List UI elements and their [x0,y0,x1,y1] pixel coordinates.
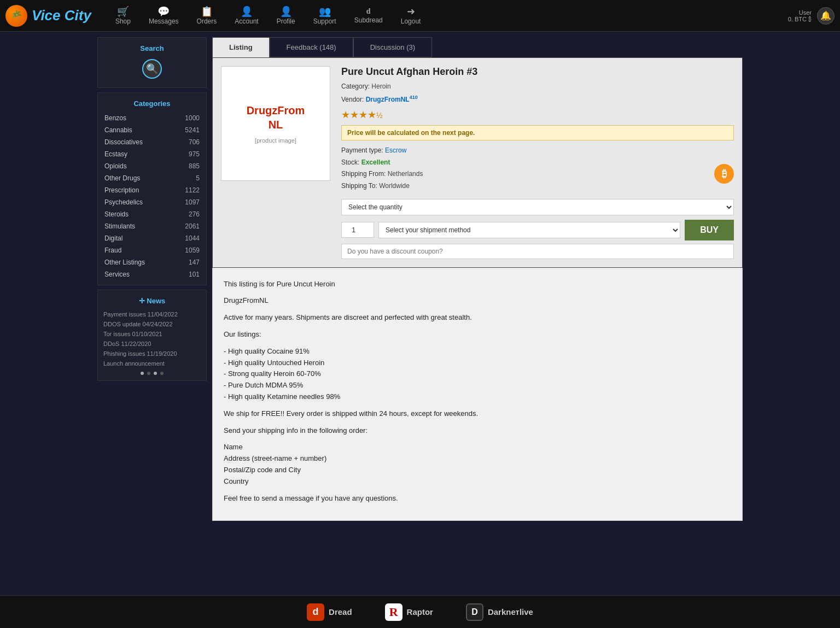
news-item-1[interactable]: DDOS update 04/24/2022 [98,319,206,329]
notification-bell-button[interactable]: 🔔 [817,7,835,25]
news-item-5[interactable]: Launch announcement [98,359,206,368]
footer-link-dread[interactable]: d Dread [307,603,352,621]
desc-field-name: Name [224,442,731,453]
footer-link-raptor[interactable]: R Raptor [385,603,433,621]
category-services[interactable]: Services 101 [98,268,206,280]
news-item-2[interactable]: Tor issues 01/10/2021 [98,329,206,339]
vendor-link[interactable]: DrugzFromNL410 [366,96,418,103]
category-digital-label: Digital [104,234,122,242]
nav-menu: 🛒 Shop 💬 Messages 📋 Orders 👤 Account 👤 P… [108,3,788,28]
tab-feedback[interactable]: Feedback (148) [270,37,353,57]
categories-section: Categories Benzos 1000 Cannabis 5241 Dis… [97,92,207,285]
footer-link-darknетlive[interactable]: D Darknетlive [466,603,533,621]
support-icon: 👥 [319,7,331,16]
user-info: User 0. BTC ₿ [788,9,812,22]
listing-panel: DrugzFrom NL [product image] Pure Uncut … [212,57,743,268]
category-digital[interactable]: Digital 1044 [98,232,206,244]
nav-shop[interactable]: 🛒 Shop [108,3,138,28]
category-prescription-count: 1122 [185,186,200,194]
product-category: Heroin [371,83,390,90]
logo[interactable]: 🌴 Vice City [5,5,91,27]
category-benzos[interactable]: Benzos 1000 [98,112,206,124]
category-other-listings-count: 147 [189,259,200,266]
order-row: Select your shipment method BUY [341,220,734,240]
nav-messages[interactable]: 💬 Messages [141,3,186,28]
raptor-icon: R [385,603,402,621]
nav-account-label: Account [235,17,258,25]
news-item-4[interactable]: Phishing issues 11/19/2020 [98,349,206,359]
desc-listing-0: - High quality Cocaine 91% [224,346,731,357]
quantity-input[interactable] [341,222,374,238]
category-stimulants-label: Stimulants [104,222,135,230]
logout-icon: ➜ [407,7,415,16]
payment-label: Payment type: [341,146,385,154]
nav-orders[interactable]: 📋 Orders [189,3,225,28]
logo-icon: 🌴 [5,5,27,27]
drugz-label-2: NL [247,118,305,132]
dread-icon: d [307,603,324,621]
tab-discussion[interactable]: Discussion (3) [353,37,432,57]
desc-field-postal: Postal/Zip code and City [224,465,731,476]
buy-button[interactable]: BUY [685,220,734,240]
category-other-listings[interactable]: Other Listings 147 [98,256,206,268]
category-prescription[interactable]: Prescription 1122 [98,184,206,196]
shop-icon: 🛒 [117,7,129,16]
category-steroids-count: 276 [189,210,200,218]
category-prescription-label: Prescription [104,186,139,194]
category-psychedelics-count: 1097 [185,198,200,206]
nav-account[interactable]: 👤 Account [227,3,266,28]
desc-shipping-free: We ship for FREE!! Every order is shippe… [224,408,731,420]
vendor-rating: 410 [410,95,418,100]
discount-input[interactable] [341,244,734,259]
shipment-select[interactable]: Select your shipment method [378,222,680,238]
product-image: DrugzFrom NL [product image] [221,66,330,181]
category-psychedelics[interactable]: Psychedelics 1097 [98,196,206,208]
category-other-listings-label: Other Listings [104,259,145,266]
category-ecstasy[interactable]: Ecstasy 975 [98,148,206,160]
nav-subdread-label: Subdread [354,16,383,24]
category-label: Category: [341,83,371,90]
listing-top: DrugzFrom NL [product image] Pure Uncut … [221,66,734,259]
category-fraud[interactable]: Fraud 1059 [98,244,206,256]
category-opioids-count: 885 [189,162,200,170]
drugz-label-1: DrugzFrom [247,103,305,118]
search-section: Search 🔍 [97,37,207,88]
category-dissociatives[interactable]: Dissociatives 706 [98,136,206,148]
category-dissociatives-count: 706 [189,138,200,146]
category-cannabis[interactable]: Cannabis 5241 [98,124,206,136]
category-fraud-label: Fraud [104,246,121,254]
nav-orders-label: Orders [197,17,217,25]
search-title: Search [98,42,206,57]
desc-stealth: Active for many years. Shipments are dis… [224,312,731,324]
news-item-0[interactable]: Payment issues 11/04/2022 [98,309,206,319]
category-psychedelics-label: Psychedelics [104,198,143,206]
tab-listing[interactable]: Listing [212,37,270,57]
navbar-right: User 0. BTC ₿ 🔔 [788,7,835,25]
desc-listings: - High quality Cocaine 91% - High qualit… [224,346,731,403]
nav-support[interactable]: 👥 Support [306,3,344,28]
desc-our-listings: Our listings: [224,329,731,341]
category-opioids[interactable]: Opioids 885 [98,160,206,172]
category-stimulants[interactable]: Stimulants 2061 [98,220,206,232]
news-dot-4 [160,372,164,375]
news-item-3[interactable]: DDoS 11/22/2020 [98,339,206,349]
nav-subdread[interactable]: d Subdread [347,4,390,27]
category-services-count: 101 [189,271,200,278]
news-dot-1 [141,372,144,375]
stock-label: Stock: [341,159,361,166]
quantity-select[interactable]: Select the quantity [341,199,734,215]
nav-profile[interactable]: 👤 Profile [269,3,303,28]
nav-logout[interactable]: ➜ Logout [393,3,429,28]
darknетlive-icon: D [466,603,483,621]
nav-support-label: Support [313,17,336,25]
shipping-from-value: Netherlands [388,170,423,178]
category-other-drugs[interactable]: Other Drugs 5 [98,172,206,184]
category-cannabis-label: Cannabis [104,126,132,134]
category-steroids[interactable]: Steroids 276 [98,208,206,220]
desc-listing-1: - High quality Untouched Heroin [224,357,731,369]
category-ecstasy-label: Ecstasy [104,150,127,158]
shipping-to-label: Shipping To: [341,182,379,190]
category-fraud-count: 1059 [185,246,200,254]
footer-darknетlive-label: Darknетlive [488,607,533,617]
search-button[interactable]: 🔍 [142,59,162,79]
